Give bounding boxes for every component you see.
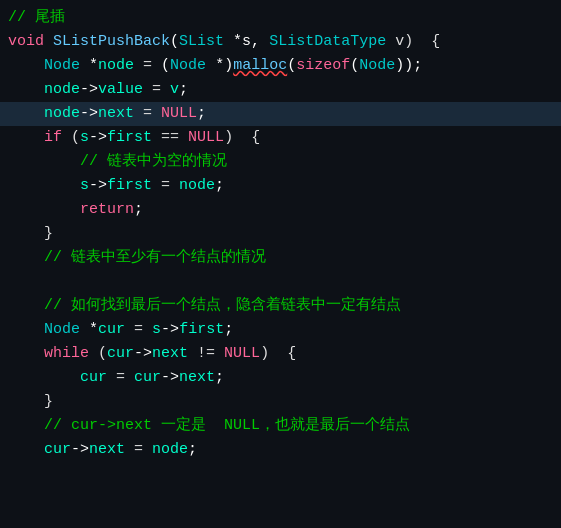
code-line: void SListPushBack ( SList *s, SListData… <box>0 30 561 54</box>
var-cur: cur <box>80 366 107 389</box>
func-malloc: malloc <box>233 54 287 77</box>
code-line: while ( cur -> next != NULL ) { <box>0 342 561 366</box>
type-slist: SList <box>179 30 224 53</box>
code-line: // 尾插 <box>0 6 561 30</box>
space: ( <box>89 342 107 365</box>
var-cur: cur <box>44 438 71 461</box>
null-keyword: NULL <box>188 126 224 149</box>
code-line: if ( s -> first == NULL ) { <box>0 126 561 150</box>
var-s: s <box>152 318 161 341</box>
space <box>80 318 89 341</box>
eq: = <box>134 54 161 77</box>
eq: = <box>125 318 152 341</box>
semi: ; <box>197 102 206 125</box>
var-node: node <box>44 102 80 125</box>
keyword-void: void <box>8 30 44 53</box>
indent <box>8 174 80 197</box>
arrow: -> <box>80 78 98 101</box>
eq: = <box>125 438 152 461</box>
space: ( <box>62 126 80 149</box>
keyword-sizeof: sizeof <box>296 54 350 77</box>
paren2: ( <box>287 54 296 77</box>
var-cur: cur <box>107 342 134 365</box>
code-line: // 链表中为空的情况 <box>0 150 561 174</box>
type-node2: Node <box>170 54 206 77</box>
code-line: cur -> next = node ; <box>0 438 561 462</box>
comment-text: // 链表中至少有一个结点的情况 <box>8 246 266 269</box>
ptr: * <box>89 54 98 77</box>
comment-text: // 如何找到最后一个结点，隐含着链表中一定有结点 <box>8 294 401 317</box>
code-editor: // 尾插 void SListPushBack ( SList *s, SLi… <box>0 0 561 528</box>
space: v) { <box>386 30 440 53</box>
arrow: -> <box>71 438 89 461</box>
semi: ; <box>188 438 197 461</box>
neq: != <box>188 342 224 365</box>
eq: = <box>143 78 170 101</box>
semi: ; <box>179 78 188 101</box>
ptr: * <box>89 318 98 341</box>
code-line: s -> first = node ; <box>0 174 561 198</box>
brace: } <box>8 222 53 245</box>
keyword-while: while <box>44 342 89 365</box>
indent <box>8 102 44 125</box>
code-line: } <box>0 390 561 414</box>
code-line: // 链表中至少有一个结点的情况 <box>0 246 561 270</box>
arrow: -> <box>89 126 107 149</box>
var-s: s <box>80 126 89 149</box>
var-node: node <box>152 438 188 461</box>
comment-text: // 尾插 <box>8 6 65 29</box>
type-node: Node <box>44 54 80 77</box>
var-cur2: cur <box>134 366 161 389</box>
eq: = <box>134 102 161 125</box>
semi: ; <box>134 198 143 221</box>
var-next: next <box>98 102 134 125</box>
indent <box>8 342 44 365</box>
comment-text: // 链表中为空的情况 <box>8 150 227 173</box>
semi: ; <box>224 318 233 341</box>
arrow: -> <box>80 102 98 125</box>
eq: == <box>152 126 188 149</box>
null-keyword: NULL <box>224 342 260 365</box>
arrow: -> <box>89 174 107 197</box>
indent <box>8 78 44 101</box>
var-v: v <box>170 78 179 101</box>
cast-close: ) <box>224 54 233 77</box>
code-line: // cur->next 一定是 NULL，也就是最后一个结点 <box>0 414 561 438</box>
indent <box>8 366 80 389</box>
ptr2: * <box>215 54 224 77</box>
indent <box>8 126 44 149</box>
arrow: -> <box>134 342 152 365</box>
indent <box>8 318 44 341</box>
keyword-if: if <box>44 126 62 149</box>
code-line-highlighted: node -> next = NULL ; <box>0 102 561 126</box>
paren3: ( <box>350 54 359 77</box>
var-first: first <box>107 126 152 149</box>
ptr: *s, <box>233 30 269 53</box>
indent <box>8 54 44 77</box>
type-node: Node <box>44 318 80 341</box>
space <box>80 54 89 77</box>
var-next: next <box>152 342 188 365</box>
var-next: next <box>89 438 125 461</box>
semi: ; <box>215 366 224 389</box>
eq: = <box>107 366 134 389</box>
code-line: Node * node = ( Node * ) malloc ( sizeof… <box>0 54 561 78</box>
code-line: } <box>0 222 561 246</box>
type-data: SListDataType <box>269 30 386 53</box>
var-node: node <box>98 54 134 77</box>
type-node3: Node <box>359 54 395 77</box>
keyword-return: return <box>80 198 134 221</box>
code-line: return ; <box>0 198 561 222</box>
paren4: )); <box>395 54 422 77</box>
code-line: node -> value = v ; <box>0 78 561 102</box>
var-node: node <box>179 174 215 197</box>
close: ) { <box>224 126 260 149</box>
comment-text: // cur->next 一定是 NULL，也就是最后一个结点 <box>8 414 410 437</box>
var-cur: cur <box>98 318 125 341</box>
indent <box>8 438 44 461</box>
var-value: value <box>98 78 143 101</box>
func-name: SListPushBack <box>53 30 170 53</box>
var-first: first <box>107 174 152 197</box>
code-line: // 如何找到最后一个结点，隐含着链表中一定有结点 <box>0 294 561 318</box>
paren: ( <box>170 30 179 53</box>
